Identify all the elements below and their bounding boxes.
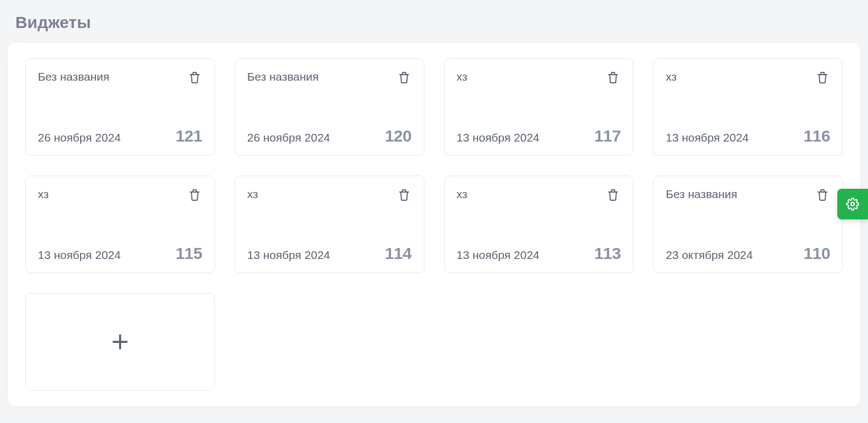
widget-date: 26 ноября 2024: [38, 131, 121, 144]
widget-title: Без названия: [247, 70, 319, 83]
delete-button[interactable]: [396, 70, 412, 85]
widget-title: хз: [38, 187, 49, 201]
widget-card-footer: 13 ноября 2024 117: [457, 127, 621, 145]
widget-title: хз: [457, 70, 468, 83]
widget-card-header: Без названия: [247, 70, 412, 85]
svg-point-0: [851, 202, 854, 206]
widget-title: хз: [666, 70, 677, 83]
widget-id: 117: [594, 127, 621, 145]
widget-card-header: Без названия: [38, 70, 202, 85]
delete-button[interactable]: [815, 187, 830, 202]
trash-icon: [188, 188, 201, 202]
widget-id: 120: [385, 127, 412, 145]
widget-id: 114: [385, 244, 412, 263]
delete-button[interactable]: [605, 70, 621, 85]
page-title: Виджеты: [15, 13, 860, 32]
widget-card-footer: 13 ноября 2024 116: [666, 127, 830, 145]
widget-date: 13 ноября 2024: [457, 249, 540, 262]
widget-card-header: хз: [457, 187, 621, 202]
widgets-grid: Без названия 26 ноября 2024 121 Без назв…: [25, 58, 843, 391]
widget-title: Без названия: [666, 187, 737, 201]
widget-card-header: хз: [247, 187, 412, 202]
trash-icon: [606, 188, 620, 202]
trash-icon: [398, 70, 411, 84]
widget-id: 110: [803, 244, 830, 263]
widget-title: хз: [247, 187, 258, 201]
delete-button[interactable]: [815, 70, 830, 85]
gear-icon: [846, 198, 859, 211]
trash-icon: [398, 188, 411, 202]
widget-card-header: хз: [666, 70, 830, 85]
widget-date: 13 ноября 2024: [666, 131, 748, 144]
delete-button[interactable]: [187, 187, 202, 202]
widget-date: 13 ноября 2024: [247, 249, 330, 262]
widgets-page: Виджеты Без названия 26 ноября 2024 121: [0, 0, 868, 423]
widget-card-header: хз: [38, 187, 202, 202]
widget-card-footer: 23 октября 2024 110: [666, 244, 830, 263]
delete-button[interactable]: [605, 187, 621, 202]
widget-date: 23 октября 2024: [666, 249, 753, 262]
widget-card[interactable]: хз 13 ноября 2024 117: [444, 58, 634, 156]
widget-card-footer: 13 ноября 2024 113: [457, 244, 621, 263]
widget-date: 13 ноября 2024: [38, 249, 121, 262]
widget-card[interactable]: Без названия 23 октября 2024 110: [653, 176, 843, 273]
widget-card-header: Без названия: [666, 187, 830, 202]
widget-card[interactable]: хз 13 ноября 2024 116: [653, 58, 843, 156]
widget-card-footer: 13 ноября 2024 114: [247, 244, 412, 263]
add-widget-button[interactable]: [25, 293, 215, 391]
delete-button[interactable]: [187, 70, 202, 85]
widget-card[interactable]: хз 13 ноября 2024 115: [25, 176, 215, 273]
widget-title: хз: [457, 187, 468, 201]
widget-card[interactable]: Без названия 26 ноября 2024 121: [25, 58, 215, 156]
widget-title: Без названия: [38, 70, 109, 83]
plus-icon: [110, 332, 130, 352]
widget-date: 13 ноября 2024: [457, 131, 540, 144]
settings-tab[interactable]: [837, 189, 868, 219]
widget-card[interactable]: Без названия 26 ноября 2024 120: [235, 58, 424, 156]
delete-button[interactable]: [396, 187, 412, 202]
trash-icon: [188, 70, 201, 84]
trash-icon: [606, 70, 620, 84]
trash-icon: [816, 188, 829, 202]
widget-card-footer: 13 ноября 2024 115: [38, 244, 202, 263]
trash-icon: [816, 70, 829, 84]
widget-id: 115: [175, 244, 202, 263]
widget-id: 116: [803, 127, 830, 145]
widget-card[interactable]: хз 13 ноября 2024 114: [235, 176, 424, 273]
widget-id: 121: [175, 127, 202, 145]
widgets-panel: Без названия 26 ноября 2024 121 Без назв…: [8, 43, 860, 406]
widget-card[interactable]: хз 13 ноября 2024 113: [444, 176, 634, 273]
widget-id: 113: [594, 244, 621, 263]
widget-card-footer: 26 ноября 2024 120: [247, 127, 412, 145]
widget-date: 26 ноября 2024: [247, 131, 330, 144]
widget-card-header: хз: [457, 70, 621, 85]
widget-card-footer: 26 ноября 2024 121: [38, 127, 202, 145]
